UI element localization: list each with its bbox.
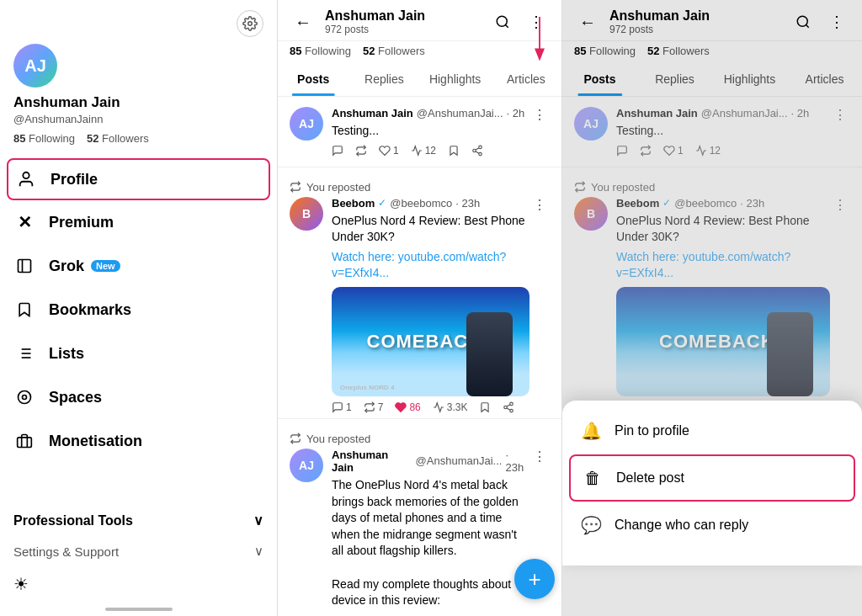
svg-point-17 [479, 152, 482, 156]
change-reply-label: Change who can reply [615, 518, 748, 533]
followers-stat: 52 Followers [363, 45, 425, 57]
bookmarks-icon [13, 299, 35, 321]
tweet2-text: OnePlus Nord 4 Review: Best Phone Under … [332, 213, 529, 246]
user-name: Anshuman Jain [13, 94, 263, 111]
sidebar-item-bookmarks-label: Bookmarks [49, 301, 131, 319]
following-label: Following [29, 132, 75, 145]
user-handle: @AnshumanJainn [13, 113, 263, 125]
grok-icon [13, 255, 35, 277]
tweet2-actions: 1 7 86 3.3K [332, 401, 529, 413]
tweet-meta: Anshuman Jain @AnshumanJai... · 2h Testi… [332, 107, 529, 157]
settings-icon-button[interactable] [237, 10, 263, 37]
tweet-avatar: AJ [290, 107, 323, 141]
delete-post-option[interactable]: 🗑 Delete post [569, 454, 855, 502]
repost-text: You reposted [306, 181, 370, 194]
svg-line-19 [476, 147, 479, 149]
tab-articles[interactable]: Articles [491, 62, 561, 96]
tweet-handle: @AnshumanJai... [417, 107, 503, 119]
sidebar-item-spaces[interactable]: Spaces [0, 375, 277, 419]
tweet3-more-button[interactable]: ⋮ [529, 449, 550, 465]
repost-tweet-item: You reposted B Beebom ✓ @beebomco · 23h … [278, 167, 561, 419]
tweet-more-button[interactable]: ⋮ [529, 107, 550, 123]
tweet2-reply[interactable]: 1 [332, 401, 352, 413]
brightness-icon[interactable]: ☀ [13, 574, 29, 594]
sidebar-item-profile[interactable]: Profile [7, 158, 270, 200]
svg-line-14 [505, 24, 508, 27]
profile-follow-row: 85 Following 52 Followers [278, 41, 561, 62]
sidebar-item-grok[interactable]: Grok New [0, 244, 277, 288]
sidebar-item-premium[interactable]: ✕ Premium [0, 200, 277, 244]
following-count: 85 [13, 132, 25, 145]
tweet-time: · 2h [507, 107, 525, 119]
beebom-avatar: B [290, 197, 323, 231]
tweet2-link: Watch here: youtube.com/watch?v=EXfxI4..… [332, 249, 529, 282]
brand-label: Oneplus NORD 4 [340, 384, 394, 391]
sidebar-item-lists[interactable]: Lists [0, 332, 277, 375]
avatar: AJ [13, 44, 57, 88]
sidebar-item-spaces-label: Spaces [49, 389, 102, 406]
tweet2-share[interactable] [503, 401, 514, 413]
nav-list: Profile ✕ Premium Grok New Bookmarks Lis… [0, 153, 277, 504]
sidebar-item-monetisation-label: Monetisation [49, 433, 142, 450]
tweet3-time: · 23h [505, 449, 529, 474]
tweet2-bookmark[interactable] [479, 401, 491, 413]
tweet-author-name: Anshuman Jain [332, 107, 413, 119]
user-info-section: AJ Anshuman Jain @AnshumanJainn 85 Follo… [0, 40, 277, 153]
tweet2-handle: @beebomco [390, 197, 452, 210]
pin-label: Pin to profile [615, 423, 689, 438]
tab-replies[interactable]: Replies [349, 62, 419, 96]
search-button[interactable] [489, 8, 516, 35]
sidebar-item-monetisation[interactable]: Monetisation [0, 419, 277, 463]
svg-point-22 [510, 402, 513, 406]
tweet2-image: COMEBACK? Oneplus NORD 4 [332, 287, 529, 396]
bottom-icons-bar: ☀ [0, 566, 277, 603]
svg-rect-2 [19, 260, 31, 273]
settings-support-section[interactable]: Settings & Support ∨ [0, 537, 277, 566]
sidebar-item-bookmarks[interactable]: Bookmarks [0, 288, 277, 332]
tweet3-handle: @AnshumanJai... [416, 454, 503, 467]
pro-tools-label: Professional Tools [13, 513, 133, 528]
tweet2-repost[interactable]: 7 [364, 401, 384, 413]
svg-point-23 [504, 406, 508, 409]
tab-posts[interactable]: Posts [278, 62, 349, 96]
spaces-icon [13, 386, 35, 408]
verified-badge: ✓ [378, 197, 386, 209]
repost-action[interactable] [355, 145, 367, 157]
svg-point-10 [23, 396, 27, 400]
context-menu: 🔔 Pin to profile 🗑 Delete post 💬 Change … [562, 401, 862, 566]
back-button[interactable]: ← [290, 8, 317, 35]
tweet-header: AJ Anshuman Jain @AnshumanJai... · 2h Te… [290, 107, 550, 157]
pin-to-profile-option[interactable]: 🔔 Pin to profile [562, 407, 862, 454]
left-panel: AJ Anshuman Jain @AnshumanJainn 85 Follo… [0, 0, 278, 616]
profile-icon [15, 168, 37, 190]
header-user-info: Anshuman Jain 972 posts [325, 8, 489, 35]
lists-icon [13, 343, 35, 364]
bookmark-action[interactable] [448, 145, 460, 157]
tweet2-link-anchor[interactable]: Watch here: youtube.com/watch?v=EXfxI4..… [332, 250, 506, 280]
professional-tools-section[interactable]: Professional Tools ∨ [0, 504, 277, 537]
repost-label: You reposted [290, 178, 550, 197]
change-reply-option[interactable]: 💬 Change who can reply [562, 502, 862, 549]
svg-point-1 [23, 173, 29, 178]
sidebar-item-lists-label: Lists [49, 345, 84, 363]
views-action: 12 [411, 145, 436, 157]
share-action[interactable] [471, 145, 483, 157]
followers-count: 52 [87, 132, 98, 145]
tweet2-more-button[interactable]: ⋮ [529, 197, 550, 213]
tweet2-author: Beebom [332, 197, 375, 210]
like-action[interactable]: 1 [379, 145, 399, 157]
tweet2-meta: Beebom ✓ @beebomco · 23h OnePlus Nord 4 … [332, 197, 529, 413]
reply-action[interactable] [332, 145, 343, 157]
profile-tabs: Posts Replies Highlights Articles [278, 62, 561, 97]
tab-highlights[interactable]: Highlights [420, 62, 491, 96]
tweet-item: AJ Anshuman Jain @AnshumanJai... · 2h Te… [278, 97, 561, 167]
svg-point-11 [19, 391, 31, 404]
middle-panel-header: ← Anshuman Jain 972 posts ⋮ [278, 0, 561, 41]
header-posts-count: 972 posts [325, 24, 489, 35]
tweet3-text: The OnePlus Nord 4's metal back brings b… [332, 477, 529, 609]
tweet3-meta: Anshuman Jain @AnshumanJai... · 23h The … [332, 449, 529, 613]
compose-fab-button[interactable]: + [514, 559, 555, 599]
svg-point-0 [248, 22, 253, 26]
tweet-actions: 1 12 [332, 145, 529, 157]
tweet2-like[interactable]: 86 [395, 401, 420, 413]
